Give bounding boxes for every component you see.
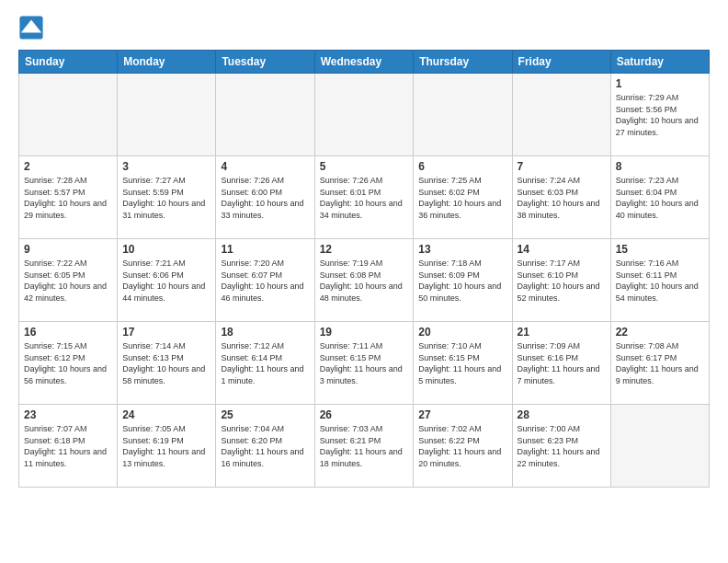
day-number: 16 <box>24 326 112 339</box>
calendar-cell <box>414 74 512 156</box>
calendar-cell: 21Sunrise: 7:09 AM Sunset: 6:16 PM Dayli… <box>512 322 610 405</box>
calendar-cell: 6Sunrise: 7:25 AM Sunset: 6:02 PM Daylig… <box>414 156 512 239</box>
day-info: Sunrise: 7:26 AM Sunset: 6:01 PM Dayligh… <box>320 175 409 221</box>
day-number: 20 <box>418 326 506 339</box>
day-info: Sunrise: 7:24 AM Sunset: 6:03 PM Dayligh… <box>518 175 606 221</box>
calendar-cell <box>19 74 118 156</box>
calendar-cell: 13Sunrise: 7:18 AM Sunset: 6:09 PM Dayli… <box>414 239 512 322</box>
day-number: 4 <box>221 160 309 173</box>
day-info: Sunrise: 7:07 AM Sunset: 6:18 PM Dayligh… <box>24 423 112 469</box>
calendar: SundayMondayTuesdayWednesdayThursdayFrid… <box>18 50 710 488</box>
calendar-cell <box>610 405 709 488</box>
day-number: 12 <box>320 243 409 256</box>
calendar-cell: 24Sunrise: 7:05 AM Sunset: 6:19 PM Dayli… <box>118 405 216 488</box>
week-row-1: 1Sunrise: 7:29 AM Sunset: 5:56 PM Daylig… <box>19 74 710 156</box>
day-number: 6 <box>418 160 506 173</box>
day-number: 28 <box>518 408 606 421</box>
day-number: 15 <box>616 243 704 256</box>
day-info: Sunrise: 7:21 AM Sunset: 6:06 PM Dayligh… <box>122 258 210 304</box>
calendar-cell: 7Sunrise: 7:24 AM Sunset: 6:03 PM Daylig… <box>512 156 610 239</box>
calendar-cell: 15Sunrise: 7:16 AM Sunset: 6:11 PM Dayli… <box>610 239 709 322</box>
calendar-cell: 23Sunrise: 7:07 AM Sunset: 6:18 PM Dayli… <box>19 405 118 488</box>
header <box>18 15 710 40</box>
calendar-cell: 9Sunrise: 7:22 AM Sunset: 6:05 PM Daylig… <box>19 239 118 322</box>
day-info: Sunrise: 7:29 AM Sunset: 5:56 PM Dayligh… <box>616 92 704 138</box>
calendar-cell: 25Sunrise: 7:04 AM Sunset: 6:20 PM Dayli… <box>216 405 314 488</box>
calendar-cell: 10Sunrise: 7:21 AM Sunset: 6:06 PM Dayli… <box>118 239 216 322</box>
calendar-header-row: SundayMondayTuesdayWednesdayThursdayFrid… <box>19 51 710 74</box>
calendar-cell: 1Sunrise: 7:29 AM Sunset: 5:56 PM Daylig… <box>610 74 709 156</box>
day-info: Sunrise: 7:28 AM Sunset: 5:57 PM Dayligh… <box>24 175 112 221</box>
day-info: Sunrise: 7:20 AM Sunset: 6:07 PM Dayligh… <box>221 258 309 304</box>
day-info: Sunrise: 7:09 AM Sunset: 6:16 PM Dayligh… <box>518 340 606 386</box>
day-info: Sunrise: 7:16 AM Sunset: 6:11 PM Dayligh… <box>616 258 704 304</box>
week-row-4: 16Sunrise: 7:15 AM Sunset: 6:12 PM Dayli… <box>19 322 710 405</box>
calendar-cell: 17Sunrise: 7:14 AM Sunset: 6:13 PM Dayli… <box>118 322 216 405</box>
day-info: Sunrise: 7:25 AM Sunset: 6:02 PM Dayligh… <box>418 175 506 221</box>
day-header-friday: Friday <box>512 51 610 74</box>
calendar-cell <box>512 74 610 156</box>
day-header-wednesday: Wednesday <box>314 51 414 74</box>
calendar-cell: 11Sunrise: 7:20 AM Sunset: 6:07 PM Dayli… <box>216 239 314 322</box>
page: SundayMondayTuesdayWednesdayThursdayFrid… <box>0 0 728 506</box>
calendar-cell: 2Sunrise: 7:28 AM Sunset: 5:57 PM Daylig… <box>19 156 118 239</box>
calendar-cell: 18Sunrise: 7:12 AM Sunset: 6:14 PM Dayli… <box>216 322 314 405</box>
day-header-monday: Monday <box>118 51 216 74</box>
day-info: Sunrise: 7:00 AM Sunset: 6:23 PM Dayligh… <box>518 423 606 469</box>
day-number: 18 <box>221 326 309 339</box>
calendar-cell: 5Sunrise: 7:26 AM Sunset: 6:01 PM Daylig… <box>314 156 414 239</box>
day-number: 3 <box>122 160 210 173</box>
calendar-cell: 3Sunrise: 7:27 AM Sunset: 5:59 PM Daylig… <box>118 156 216 239</box>
calendar-cell: 27Sunrise: 7:02 AM Sunset: 6:22 PM Dayli… <box>414 405 512 488</box>
week-row-3: 9Sunrise: 7:22 AM Sunset: 6:05 PM Daylig… <box>19 239 710 322</box>
week-row-5: 23Sunrise: 7:07 AM Sunset: 6:18 PM Dayli… <box>19 405 710 488</box>
day-info: Sunrise: 7:12 AM Sunset: 6:14 PM Dayligh… <box>221 340 309 386</box>
calendar-cell: 22Sunrise: 7:08 AM Sunset: 6:17 PM Dayli… <box>610 322 709 405</box>
day-info: Sunrise: 7:11 AM Sunset: 6:15 PM Dayligh… <box>320 340 409 386</box>
day-info: Sunrise: 7:18 AM Sunset: 6:09 PM Dayligh… <box>418 258 506 304</box>
day-number: 5 <box>320 160 409 173</box>
calendar-cell: 16Sunrise: 7:15 AM Sunset: 6:12 PM Dayli… <box>19 322 118 405</box>
day-info: Sunrise: 7:22 AM Sunset: 6:05 PM Dayligh… <box>24 258 112 304</box>
day-number: 8 <box>616 160 704 173</box>
day-info: Sunrise: 7:02 AM Sunset: 6:22 PM Dayligh… <box>418 423 506 469</box>
day-number: 23 <box>24 408 112 421</box>
day-info: Sunrise: 7:17 AM Sunset: 6:10 PM Dayligh… <box>518 258 606 304</box>
day-number: 17 <box>122 326 210 339</box>
week-row-2: 2Sunrise: 7:28 AM Sunset: 5:57 PM Daylig… <box>19 156 710 239</box>
calendar-cell: 26Sunrise: 7:03 AM Sunset: 6:21 PM Dayli… <box>314 405 414 488</box>
day-info: Sunrise: 7:27 AM Sunset: 5:59 PM Dayligh… <box>122 175 210 221</box>
day-number: 7 <box>518 160 606 173</box>
day-number: 14 <box>518 243 606 256</box>
day-info: Sunrise: 7:19 AM Sunset: 6:08 PM Dayligh… <box>320 258 409 304</box>
day-number: 2 <box>24 160 112 173</box>
logo <box>18 15 46 40</box>
day-number: 27 <box>418 408 506 421</box>
day-info: Sunrise: 7:03 AM Sunset: 6:21 PM Dayligh… <box>320 423 409 469</box>
calendar-cell: 28Sunrise: 7:00 AM Sunset: 6:23 PM Dayli… <box>512 405 610 488</box>
day-header-thursday: Thursday <box>414 51 512 74</box>
day-number: 26 <box>320 408 409 421</box>
logo-icon <box>18 15 44 40</box>
calendar-cell <box>118 74 216 156</box>
calendar-cell: 12Sunrise: 7:19 AM Sunset: 6:08 PM Dayli… <box>314 239 414 322</box>
day-info: Sunrise: 7:23 AM Sunset: 6:04 PM Dayligh… <box>616 175 704 221</box>
calendar-cell: 8Sunrise: 7:23 AM Sunset: 6:04 PM Daylig… <box>610 156 709 239</box>
calendar-cell: 4Sunrise: 7:26 AM Sunset: 6:00 PM Daylig… <box>216 156 314 239</box>
day-number: 25 <box>221 408 309 421</box>
day-number: 13 <box>418 243 506 256</box>
day-info: Sunrise: 7:10 AM Sunset: 6:15 PM Dayligh… <box>418 340 506 386</box>
calendar-cell <box>314 74 414 156</box>
day-header-tuesday: Tuesday <box>216 51 314 74</box>
day-info: Sunrise: 7:14 AM Sunset: 6:13 PM Dayligh… <box>122 340 210 386</box>
day-info: Sunrise: 7:05 AM Sunset: 6:19 PM Dayligh… <box>122 423 210 469</box>
calendar-cell: 19Sunrise: 7:11 AM Sunset: 6:15 PM Dayli… <box>314 322 414 405</box>
day-number: 21 <box>518 326 606 339</box>
day-info: Sunrise: 7:26 AM Sunset: 6:00 PM Dayligh… <box>221 175 309 221</box>
day-number: 22 <box>616 326 704 339</box>
day-number: 9 <box>24 243 112 256</box>
calendar-cell <box>216 74 314 156</box>
calendar-cell: 20Sunrise: 7:10 AM Sunset: 6:15 PM Dayli… <box>414 322 512 405</box>
calendar-cell: 14Sunrise: 7:17 AM Sunset: 6:10 PM Dayli… <box>512 239 610 322</box>
day-number: 19 <box>320 326 409 339</box>
